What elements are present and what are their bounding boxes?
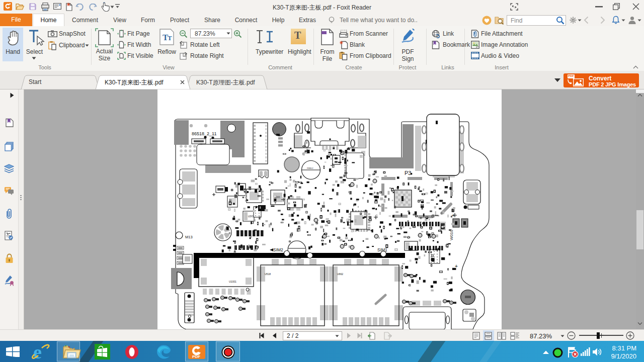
svg-text:RBB02: RBB02 (307, 167, 313, 169)
svg-text:SIM1: SIM1 (377, 247, 387, 252)
svg-text:U1001: U1001 (229, 280, 236, 283)
svg-text:P3: P3 (405, 170, 411, 176)
svg-text:U518: U518 (265, 273, 271, 276)
svg-text:86518_2_11: 86518_2_11 (192, 131, 216, 136)
svg-text:M13: M13 (185, 235, 193, 239)
svg-text:LDO: LDO (248, 215, 253, 218)
svg-text:W010: W010 (449, 230, 454, 240)
svg-text:T: T (168, 34, 172, 42)
svg-text:U662: U662 (337, 273, 343, 276)
svg-text:PDF: PDF (192, 354, 200, 359)
svg-text:SIM2: SIM2 (273, 247, 283, 252)
